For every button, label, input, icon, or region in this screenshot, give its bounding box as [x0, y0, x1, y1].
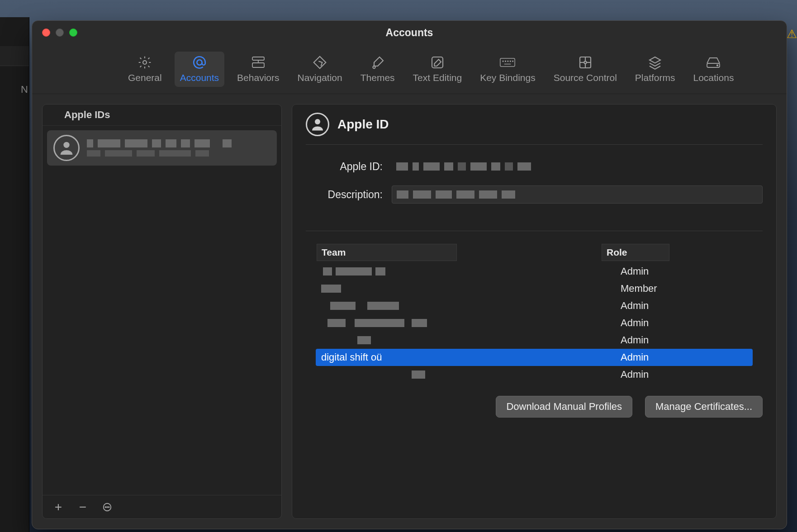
- tab-text-editing[interactable]: Text Editing: [408, 52, 468, 87]
- team-row[interactable]: Admin: [306, 263, 763, 280]
- tab-themes[interactable]: Themes: [355, 52, 400, 87]
- svg-point-0: [143, 61, 147, 64]
- keyboard-icon: [499, 55, 516, 70]
- svg-rect-5: [432, 57, 443, 68]
- behaviors-icon: [250, 55, 266, 70]
- svg-point-7: [503, 61, 504, 62]
- svg-rect-2: [252, 57, 264, 60]
- svg-rect-3: [252, 63, 264, 67]
- add-account-button[interactable]: +: [52, 500, 65, 514]
- svg-point-23: [105, 507, 106, 508]
- gear-icon: [137, 55, 153, 70]
- avatar-icon: [53, 135, 80, 161]
- download-profiles-button[interactable]: Download Manual Profiles: [496, 396, 632, 418]
- zoom-window-button[interactable]: [69, 28, 77, 37]
- account-detail-pane: Apple ID Apple ID: Description:: [292, 104, 777, 519]
- svg-point-11: [512, 61, 513, 62]
- source-control-icon: [577, 55, 593, 70]
- svg-point-26: [315, 119, 320, 124]
- redacted-account-name: [87, 139, 270, 147]
- tab-source-control[interactable]: Source Control: [548, 52, 622, 87]
- disk-icon: [705, 55, 721, 70]
- team-row[interactable]: Member: [306, 280, 763, 297]
- svg-rect-6: [500, 58, 515, 66]
- text-editing-icon: [429, 55, 446, 70]
- close-window-button[interactable]: [42, 28, 50, 37]
- svg-point-21: [63, 142, 69, 148]
- redacted-account-email: [87, 150, 270, 157]
- tab-navigation[interactable]: Navigation: [292, 52, 348, 87]
- background-app: N: [0, 17, 29, 532]
- teams-table: Admin Member Admin Admin: [306, 263, 763, 383]
- team-row[interactable]: Admin: [306, 366, 763, 383]
- team-row[interactable]: digital shift oü Admin: [316, 349, 753, 366]
- manage-certificates-button[interactable]: Manage Certificates...: [645, 396, 763, 418]
- at-sign-icon: [191, 55, 208, 70]
- description-field[interactable]: [392, 185, 763, 204]
- tab-general[interactable]: General: [123, 52, 167, 87]
- svg-point-14: [584, 61, 586, 63]
- tab-locations[interactable]: Locations: [688, 52, 740, 87]
- team-row[interactable]: Admin: [306, 332, 763, 349]
- tab-accounts[interactable]: Accounts: [175, 52, 224, 87]
- titlebar: Accounts: [32, 21, 787, 44]
- preferences-window: Accounts General Accounts Behaviors: [32, 20, 787, 529]
- apple-id-value: [392, 157, 763, 176]
- accounts-sidebar: Apple IDs: [42, 104, 282, 519]
- apple-id-label: Apple ID:: [306, 161, 383, 173]
- navigation-icon: [312, 55, 328, 70]
- team-row[interactable]: Admin: [306, 314, 763, 332]
- svg-point-9: [508, 61, 508, 62]
- svg-point-24: [107, 507, 108, 508]
- avatar-icon: [306, 113, 329, 136]
- svg-point-20: [717, 65, 718, 66]
- detail-title: Apple ID: [337, 117, 389, 132]
- tab-behaviors[interactable]: Behaviors: [232, 52, 285, 87]
- svg-point-1: [197, 60, 202, 65]
- sidebar-header: Apple IDs: [43, 104, 281, 126]
- account-row[interactable]: [47, 130, 277, 166]
- account-actions-button[interactable]: [100, 500, 114, 514]
- svg-point-25: [109, 507, 109, 508]
- tab-platforms[interactable]: Platforms: [630, 52, 681, 87]
- warning-icon: ⚠︎: [787, 27, 797, 41]
- remove-account-button[interactable]: −: [76, 500, 90, 514]
- description-label: Description:: [306, 189, 383, 201]
- team-row[interactable]: Admin: [306, 297, 763, 314]
- minimize-window-button[interactable]: [56, 28, 64, 37]
- column-team[interactable]: Team: [317, 244, 457, 261]
- svg-point-10: [510, 61, 511, 62]
- window-title: Accounts: [32, 27, 787, 39]
- paintbrush-icon: [370, 55, 386, 70]
- column-role[interactable]: Role: [602, 244, 669, 261]
- tab-key-bindings[interactable]: Key Bindings: [474, 52, 541, 87]
- platforms-icon: [647, 55, 663, 70]
- svg-point-8: [505, 61, 506, 62]
- toolbar: General Accounts Behaviors Navigation: [32, 44, 787, 94]
